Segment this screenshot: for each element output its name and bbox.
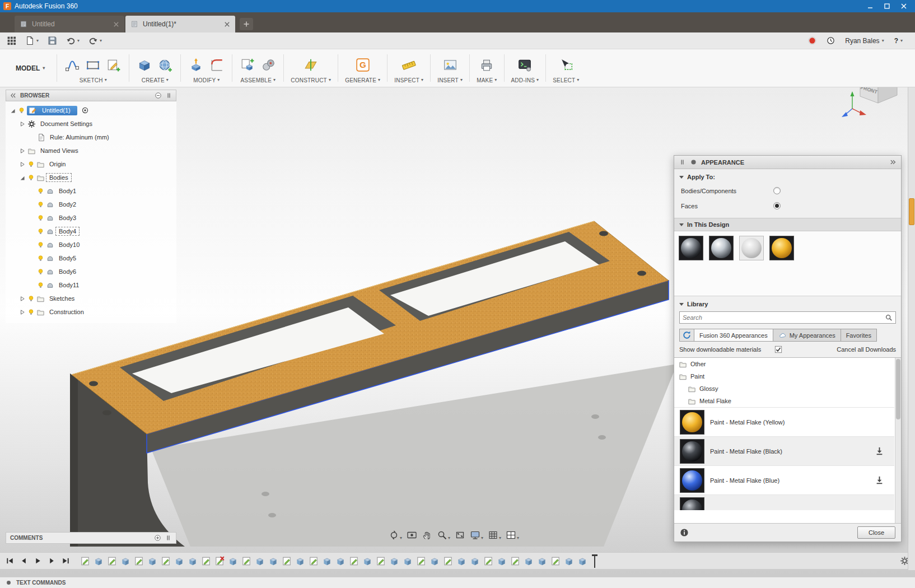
timeline-feature-31-sketch[interactable]	[483, 556, 493, 566]
show-downloadable-checkbox[interactable]	[774, 346, 782, 353]
display-button[interactable]: ▾	[470, 530, 483, 540]
design-swatch-silver-swirl[interactable]	[739, 236, 764, 260]
dock-panel-icon[interactable]	[889, 158, 897, 166]
timeline-feature-7-sketch[interactable]	[161, 556, 171, 566]
close-button[interactable]	[896, 1, 912, 11]
comments-panel[interactable]: COMMENTS	[6, 532, 176, 544]
design-swatch-chrome[interactable]	[709, 236, 734, 260]
form-icon[interactable]	[157, 57, 174, 73]
collapse-panel-icon[interactable]	[10, 92, 17, 99]
tree-item-named-views[interactable]: Named Views	[6, 144, 176, 157]
tree-expand-icon[interactable]	[18, 295, 26, 302]
visibility-bulb-icon[interactable]	[37, 188, 44, 195]
joint-icon[interactable]	[260, 57, 277, 73]
record-icon[interactable]	[808, 36, 816, 45]
timeline-feature-28-sketch[interactable]	[443, 556, 453, 566]
visibility-bulb-icon[interactable]	[18, 107, 25, 114]
tree-expand-icon[interactable]	[18, 161, 26, 168]
tree-item-origin[interactable]: Origin	[6, 157, 176, 171]
timeline-feature-24-extrude[interactable]	[389, 556, 399, 566]
browser-header[interactable]: BROWSER	[6, 90, 176, 101]
timeline-feature-9-extrude[interactable]	[188, 556, 198, 566]
timeline-feature-18-sketch[interactable]	[309, 556, 319, 566]
visibility-bulb-icon[interactable]	[27, 309, 35, 316]
library-section-header[interactable]: Library	[674, 296, 901, 310]
library-tab-my-appearances[interactable]: My Appearances	[773, 329, 841, 342]
ribbon-group-label[interactable]: SKETCH▾	[80, 77, 107, 83]
ribbon-group-label[interactable]: GENERATE▾	[345, 77, 380, 83]
orbit-button[interactable]: ▾	[389, 530, 402, 540]
plane-icon[interactable]	[302, 57, 319, 73]
library-tab-fusion-360-appearances[interactable]: Fusion 360 Appearances	[694, 329, 773, 342]
user-menu[interactable]: Ryan Bales ▾	[845, 37, 884, 45]
make-icon[interactable]	[478, 57, 495, 73]
library-folder-metal-flake[interactable]: Metal Flake	[674, 395, 894, 407]
tree-expand-icon[interactable]	[18, 147, 26, 155]
document-tab-untitled-1[interactable]: Untitled(1)*	[125, 16, 235, 32]
tree-item-body11[interactable]: Body11	[6, 278, 176, 292]
viewports-button[interactable]: ▾	[506, 530, 519, 540]
library-scrollbar[interactable]	[895, 358, 901, 523]
apply-to-section-header[interactable]: Apply To:	[674, 169, 901, 183]
refresh-library-button[interactable]	[679, 329, 694, 342]
timeline-feature-33-sketch[interactable]	[510, 556, 520, 566]
target-icon[interactable]	[81, 106, 89, 114]
grid-button[interactable]: ▾	[488, 530, 501, 540]
appearance-search-input[interactable]	[683, 314, 885, 321]
step-back-icon[interactable]	[20, 557, 28, 565]
visibility-bulb-icon[interactable]	[27, 295, 35, 302]
timeline-feature-37-extrude[interactable]	[564, 556, 574, 566]
tab-close-icon[interactable]	[113, 21, 119, 27]
timeline-feature-27-extrude[interactable]	[430, 556, 440, 566]
timeline-feature-1-sketch[interactable]	[80, 556, 90, 566]
appearance-header[interactable]: APPEARANCE	[674, 156, 901, 169]
ribbon-group-label[interactable]: ADD-INS▾	[511, 77, 539, 83]
text-commands-label[interactable]: TEXT COMMANDS	[16, 580, 66, 586]
library-folder-other[interactable]: Other	[674, 358, 894, 370]
document-tab-untitled[interactable]: Untitled	[15, 16, 124, 32]
material-item[interactable]	[674, 494, 894, 510]
tree-expand-icon[interactable]	[9, 107, 16, 114]
timeline-feature-14-extrude[interactable]	[255, 556, 265, 566]
timeline-feature-11-sketch-error[interactable]	[214, 556, 225, 566]
tree-expand-icon[interactable]	[18, 120, 26, 128]
timeline-feature-3-sketch[interactable]	[107, 556, 117, 566]
create-sketch-icon[interactable]	[105, 57, 122, 73]
tree-expand-icon[interactable]	[18, 309, 26, 316]
tree-item-body6[interactable]: Body6	[6, 265, 176, 278]
visibility-bulb-icon[interactable]	[37, 282, 44, 289]
tree-item-construction[interactable]: Construction	[6, 305, 176, 319]
tree-item-sketches[interactable]: Sketches	[6, 292, 176, 305]
timeline-feature-17-extrude[interactable]	[295, 556, 305, 566]
minimize-button[interactable]	[862, 1, 878, 11]
skip-start-icon[interactable]	[6, 557, 14, 565]
in-this-design-header[interactable]: In This Design	[674, 218, 901, 231]
material-item-paint-metal-flake-black[interactable]: Paint - Metal Flake (Black)	[674, 436, 894, 465]
visibility-bulb-icon[interactable]	[27, 161, 35, 168]
history-clock-icon[interactable]	[827, 36, 835, 45]
library-folder-paint[interactable]: Paint	[674, 370, 894, 382]
new-tab-button[interactable]	[240, 18, 253, 30]
ribbon-group-label[interactable]: MAKE▾	[477, 77, 497, 83]
box-icon[interactable]	[136, 57, 153, 73]
insert-image-icon[interactable]	[442, 57, 459, 73]
ribbon-group-label[interactable]: MODIFY▾	[193, 77, 220, 83]
design-swatch-chrome-dark[interactable]	[679, 236, 703, 260]
tree-item-body10[interactable]: Body10	[6, 238, 176, 251]
tree-item-body5[interactable]: Body5	[6, 251, 176, 265]
timeline-feature-16-sketch[interactable]	[282, 556, 292, 566]
radio-bodies-components[interactable]	[773, 187, 781, 194]
timeline-feature-32-extrude[interactable]	[497, 556, 507, 566]
text-commands-icon[interactable]	[6, 580, 12, 586]
download-material-button[interactable]	[875, 475, 884, 485]
undo-button[interactable]: ▾	[66, 36, 80, 45]
library-folder-glossy[interactable]: Glossy	[674, 382, 894, 395]
timeline-feature-21-sketch[interactable]	[349, 556, 359, 566]
new-component-icon[interactable]	[239, 57, 256, 73]
timeline-feature-25-extrude[interactable]	[403, 556, 413, 566]
download-material-button[interactable]	[875, 446, 884, 456]
search-icon[interactable]	[885, 314, 893, 321]
skip-end-icon[interactable]	[62, 557, 70, 565]
timeline-feature-19-extrude[interactable]	[322, 556, 332, 566]
scrollbar-thumb[interactable]	[896, 359, 900, 419]
